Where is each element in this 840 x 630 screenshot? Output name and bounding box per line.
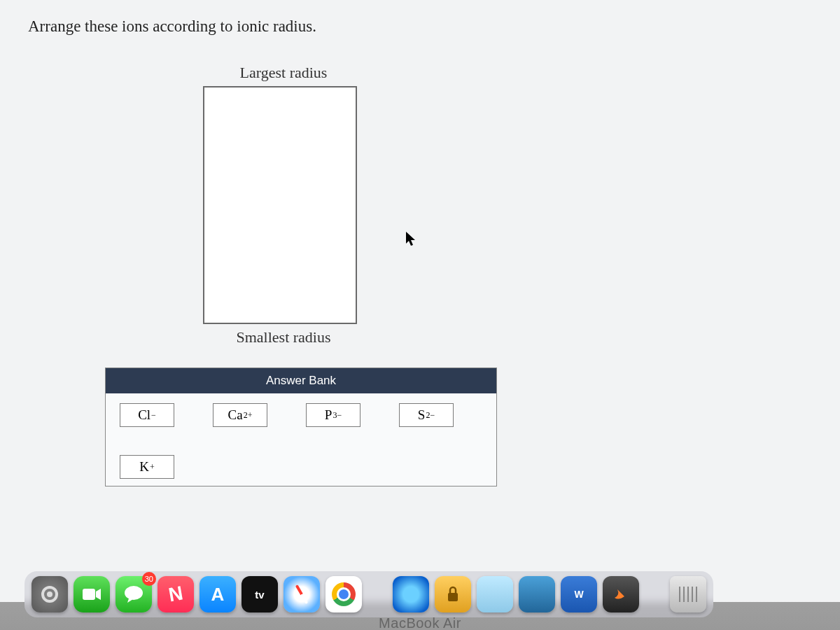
app-icon-generic-1[interactable] bbox=[477, 576, 513, 612]
svg-point-1 bbox=[47, 592, 52, 597]
ion-tile-s[interactable]: S2− bbox=[399, 403, 454, 427]
quiz-page: Arrange these ions according to ionic ra… bbox=[0, 0, 840, 602]
label-smallest: Smallest radius bbox=[203, 328, 364, 346]
appstore-icon[interactable]: A bbox=[200, 576, 236, 612]
answer-bank-title: Answer Bank bbox=[106, 368, 496, 393]
answer-bank: Answer Bank Cl− Ca2+ P3− S2− K+ bbox=[105, 368, 497, 486]
facetime-icon[interactable] bbox=[74, 576, 110, 612]
chrome-icon[interactable] bbox=[326, 576, 362, 612]
ion-charge: + bbox=[150, 462, 155, 472]
ion-charge: 2− bbox=[426, 410, 435, 421]
ion-symbol: Cl bbox=[138, 407, 150, 423]
rank-area: Largest radius Smallest radius bbox=[203, 64, 364, 346]
safari-icon[interactable] bbox=[284, 576, 320, 612]
ion-tile-ca[interactable]: Ca2+ bbox=[213, 403, 267, 427]
globe-icon[interactable] bbox=[393, 576, 429, 612]
word-glyph: W bbox=[574, 589, 583, 600]
messages-icon[interactable]: 30 bbox=[115, 576, 152, 612]
ion-charge: − bbox=[151, 410, 156, 421]
ion-tile-k[interactable]: K+ bbox=[120, 455, 174, 479]
svg-rect-2 bbox=[83, 589, 95, 600]
app-icon-generic-2[interactable] bbox=[519, 576, 555, 612]
safari-needle-icon bbox=[295, 584, 308, 604]
ion-charge: 3− bbox=[332, 410, 342, 421]
trash-icon[interactable] bbox=[670, 576, 706, 612]
tv-label: tv bbox=[255, 589, 264, 601]
chrome-inner-icon bbox=[332, 582, 356, 606]
svg-point-3 bbox=[125, 586, 143, 600]
device-label: MacBook Air bbox=[379, 615, 461, 630]
ion-tile-cl[interactable]: Cl− bbox=[120, 403, 174, 427]
news-glyph: N bbox=[167, 582, 184, 606]
question-text: Arrange these ions according to ionic ra… bbox=[28, 18, 812, 36]
ion-symbol: K bbox=[139, 459, 149, 475]
label-largest: Largest radius bbox=[203, 64, 364, 82]
trash-lines-icon bbox=[679, 587, 697, 602]
news-icon[interactable]: N bbox=[158, 576, 194, 612]
answer-bank-body: Cl− Ca2+ P3− S2− K+ bbox=[106, 393, 496, 486]
lock-icon[interactable] bbox=[435, 576, 471, 612]
rank-drop-zone[interactable] bbox=[203, 86, 357, 324]
ion-symbol: P bbox=[325, 407, 332, 423]
svg-rect-4 bbox=[448, 593, 458, 601]
settings-icon[interactable] bbox=[31, 576, 68, 612]
macos-dock: 30 N A tv W bbox=[24, 571, 713, 617]
word-icon[interactable]: W bbox=[561, 576, 597, 612]
ion-charge: 2+ bbox=[244, 410, 253, 421]
messages-badge: 30 bbox=[142, 572, 156, 586]
appletv-icon[interactable]: tv bbox=[241, 576, 278, 612]
ion-tile-p[interactable]: P3− bbox=[306, 403, 360, 427]
ion-symbol: Ca bbox=[228, 407, 243, 423]
appstore-glyph: A bbox=[211, 584, 225, 606]
dev-app-icon[interactable] bbox=[603, 576, 639, 612]
ion-symbol: S bbox=[418, 407, 426, 423]
